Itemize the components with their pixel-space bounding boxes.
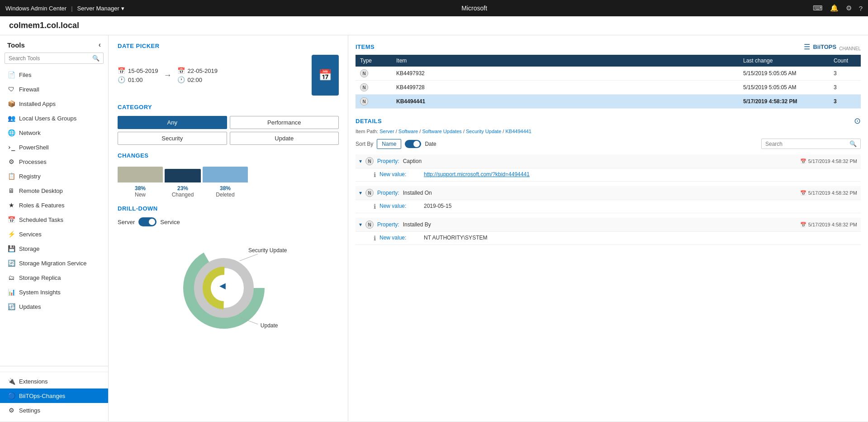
biitops-menu-icon: ☰ <box>804 43 810 51</box>
breadcrumb-kb[interactable]: KB4494441 <box>505 129 531 134</box>
val-text-caption[interactable]: http://support.microsoft.com/?kbid=44944… <box>424 171 530 177</box>
change-label-deleted: 38% Deleted <box>203 185 248 198</box>
sidebar-item-files[interactable]: 📄 Files <box>0 67 108 82</box>
sidebar-item-roles-features[interactable]: ★ Roles & Features <box>0 198 108 212</box>
local-users-icon: 👥 <box>7 115 15 122</box>
sidebar-title: Tools <box>7 41 25 49</box>
date-picker-section: DATE PICKER 📅 15-05-2019 🕐 01:00 → <box>118 43 339 96</box>
sidebar-divider <box>0 372 108 372</box>
gear-icon[interactable]: ⚙ <box>846 4 852 12</box>
collapse-arrow-installed-by[interactable]: ▾ <box>359 221 362 228</box>
val-text-installed-on: 2019-05-15 <box>424 203 451 209</box>
sidebar-label-storage-migration: Storage Migration Service <box>19 260 87 267</box>
sidebar-item-biitops[interactable]: 🔵 BiiTOps-Changes <box>0 388 108 403</box>
left-arrow-btn[interactable]: ◀ <box>219 281 226 291</box>
terminal-icon[interactable]: ⌨ <box>813 4 823 12</box>
row2-item: KB4499728 <box>392 81 739 95</box>
drilldown-title: DRILL-DOWN <box>118 205 339 212</box>
bell-icon[interactable]: 🔔 <box>830 4 839 12</box>
items-table: Type Item Last change Count N KB4497932 … <box>356 55 861 109</box>
sidebar-item-installed-apps[interactable]: 📦 Installed Apps <box>0 96 108 111</box>
search-icon: 🔍 <box>92 55 100 62</box>
breadcrumb-server[interactable]: Server <box>379 129 394 134</box>
files-icon: 📄 <box>7 71 15 78</box>
changed-name: Changed <box>165 192 201 198</box>
sidebar-item-system-insights[interactable]: 📊 System Insights <box>0 285 108 299</box>
main-layout: Tools ‹ 🔍 📄 Files 🛡 Firewall 📦 Installed… <box>0 35 868 421</box>
detail-date-installed-on: 📅 5/17/2019 4:58:32 PM <box>800 190 857 196</box>
cat-btn-any[interactable]: Any <box>118 116 227 129</box>
detail-row-header-installed-on: ▾ N Property: Installed On 📅 5/17/2019 4… <box>356 186 861 200</box>
to-blocks: 📅 22-05-2019 🕐 02:00 <box>177 67 218 83</box>
microsoft-label: Microsoft <box>461 5 487 12</box>
prop-label-caption: Property: <box>377 158 399 164</box>
details-search-input[interactable] <box>765 141 849 147</box>
cat-btn-security[interactable]: Security <box>118 132 227 145</box>
sidebar-label-settings: Settings <box>19 407 40 414</box>
breadcrumb-software[interactable]: Software <box>398 129 418 134</box>
sort-toggle[interactable] <box>405 140 421 148</box>
biitops-icon: 🔵 <box>7 392 15 399</box>
collapse-arrow-caption[interactable]: ▾ <box>359 158 362 164</box>
arrow-divider: → <box>164 71 172 80</box>
details-collapse-btn[interactable]: ⊙ <box>854 116 861 126</box>
ms-logo-green <box>455 4 459 8</box>
drilldown-toggle[interactable] <box>138 217 157 226</box>
sidebar-item-services[interactable]: ⚡ Services <box>0 227 108 241</box>
sidebar-item-registry[interactable]: 📋 Registry <box>0 169 108 183</box>
sidebar-item-network[interactable]: 🌐 Network <box>0 125 108 140</box>
cat-btn-performance[interactable]: Performance <box>230 116 339 129</box>
calendar-to-icon: 📅 <box>177 67 185 74</box>
deleted-pct: 38% <box>203 185 248 192</box>
cat-btn-update[interactable]: Update <box>230 132 339 145</box>
sidebar-item-updates[interactable]: 🔃 Updates <box>0 299 108 314</box>
prop-label-installed-on: Property: <box>377 190 399 196</box>
table-row[interactable]: N KB4499728 5/15/2019 5:05:05 AM 3 <box>356 81 861 95</box>
table-row[interactable]: N KB4497932 5/15/2019 5:05:05 AM 3 <box>356 67 861 81</box>
remote-desktop-icon: 🖥 <box>7 187 15 194</box>
sidebar-item-local-users[interactable]: 👥 Local Users & Groups <box>0 111 108 125</box>
breadcrumb-security-update[interactable]: Security Update <box>466 129 501 134</box>
sidebar-label-firewall: Firewall <box>19 86 39 93</box>
sidebar-item-firewall[interactable]: 🛡 Firewall <box>0 82 108 96</box>
table-row-selected[interactable]: N KB4494441 5/17/2019 4:58:32 PM 3 <box>356 95 861 109</box>
row2-lastchange: 5/15/2019 5:05:05 AM <box>739 81 829 95</box>
sidebar-item-extensions[interactable]: 🔌 Extensions <box>0 374 108 388</box>
calendar-panel-icon: 📅 <box>318 69 332 82</box>
sidebar-item-scheduled-tasks[interactable]: 📅 Scheduled Tasks <box>0 212 108 227</box>
to-date-val: 22-05-2019 <box>188 67 218 74</box>
scheduled-tasks-icon: 📅 <box>7 216 15 223</box>
sidebar-collapse-btn[interactable]: ‹ <box>99 41 101 49</box>
sidebar-item-storage[interactable]: 💾 Storage <box>0 241 108 256</box>
sidebar-item-remote-desktop[interactable]: 🖥 Remote Desktop <box>0 183 108 198</box>
left-panel: DATE PICKER 📅 15-05-2019 🕐 01:00 → <box>109 35 348 421</box>
roles-features-icon: ★ <box>7 201 15 209</box>
sidebar-item-storage-replica[interactable]: 🗂 Storage Replica <box>0 270 108 285</box>
sidebar-item-powershell[interactable]: ›_ PowerShell <box>0 140 108 154</box>
change-label-changed: 23% Changed <box>165 185 201 198</box>
category-buttons: Any Performance Security Update <box>118 116 339 145</box>
biitops-channel-label: CHANNEL <box>839 46 861 51</box>
sidebar-item-processes[interactable]: ⚙ Processes <box>0 154 108 169</box>
col-item: Item <box>392 55 739 67</box>
installed-apps-icon: 📦 <box>7 100 15 107</box>
sort-name-btn[interactable]: Name <box>377 139 401 149</box>
breadcrumb-software-updates[interactable]: Software Updates <box>422 129 461 134</box>
search-input[interactable] <box>9 55 92 62</box>
n-badge: N <box>360 69 368 77</box>
date-picker-panel[interactable]: 📅 <box>312 55 339 96</box>
row1-type: N <box>356 67 392 81</box>
n-badge: N <box>360 97 368 106</box>
server-manager-btn[interactable]: Server Manager ▾ <box>77 5 124 12</box>
svg-line-3 <box>240 254 258 261</box>
sidebar-item-settings[interactable]: ⚙ Settings <box>0 403 108 417</box>
collapse-arrow-installed-on[interactable]: ▾ <box>359 190 362 196</box>
question-icon[interactable]: ? <box>859 5 863 12</box>
val-text-installed-by: NT AUTHORITY\SYSTEM <box>424 235 487 241</box>
app-name: Windows Admin Center <box>5 5 66 12</box>
info-icon-installed-on: ℹ <box>374 203 376 210</box>
details-section: DETAILS ⊙ Item Path: Server / Software /… <box>356 116 861 414</box>
updates-icon: 🔃 <box>7 303 15 310</box>
sidebar-item-storage-migration[interactable]: 🔄 Storage Migration Service <box>0 256 108 270</box>
sidebar-label-storage-replica: Storage Replica <box>19 274 61 281</box>
